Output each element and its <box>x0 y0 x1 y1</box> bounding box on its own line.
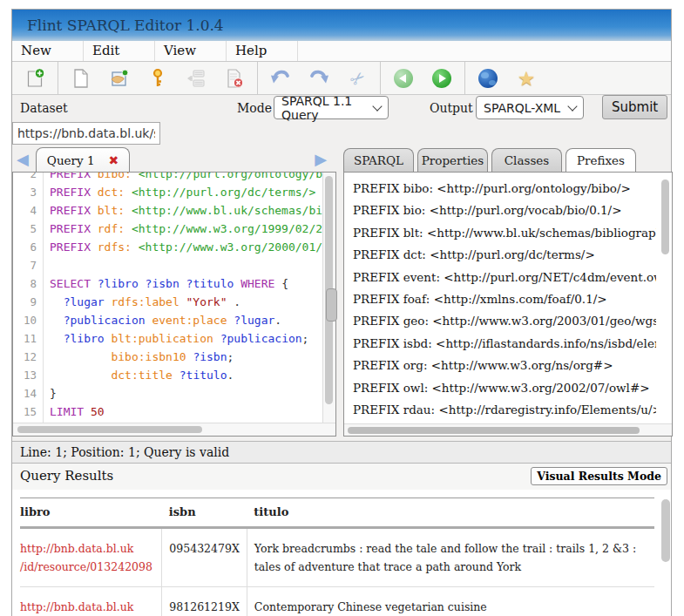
code-line[interactable]: 10 ?publicacion event:place ?lugar. <box>13 311 323 329</box>
resource-link[interactable]: http://bnb.data.bl.uk <box>20 539 154 558</box>
prefix-item[interactable]: PREFIX event: <http://purl.org/NET/c4dm/… <box>344 267 656 288</box>
back-button[interactable] <box>384 64 423 92</box>
tab-prefixes[interactable]: Prefixes <box>565 148 636 172</box>
close-tab-icon[interactable]: ✖ <box>109 153 119 167</box>
code-text: ?publicacion event:place ?lugar. <box>43 311 281 329</box>
prefix-item[interactable]: PREFIX foaf: <http://xmlns.com/foaf/0.1/… <box>344 288 656 310</box>
code-text: PREFIX bibo: <http://purl.org/ontology/b <box>43 173 322 183</box>
code-line[interactable]: 12 bibo:isbn10 ?isbn; <box>13 348 323 366</box>
code-line[interactable]: 3PREFIX dct: <http://purl.org/dc/terms/> <box>13 183 323 201</box>
code-line[interactable]: 11 ?libro blt:publication ?publicacion; <box>13 329 323 348</box>
code-line[interactable]: 2PREFIX bibo: <http://purl.org/ontology/… <box>13 173 323 183</box>
code-text: bibo:isbn10 ?isbn; <box>43 348 234 366</box>
code-text: dct:title ?titulo. <box>43 366 234 384</box>
menu-item-new[interactable]: New <box>12 41 84 61</box>
prefix-item[interactable]: PREFIX owl: <http://www.w3.org/2002/07/o… <box>344 377 656 399</box>
code-text: PREFIX blt: <http://www.bl.uk/schemas/bi <box>43 201 322 220</box>
tab-classes[interactable]: Classes <box>491 148 562 172</box>
menu-item-edit[interactable]: Edit <box>84 41 155 61</box>
new-query-button[interactable] <box>16 64 54 92</box>
undo-button[interactable] <box>261 64 300 92</box>
editor-code-area[interactable]: 2PREFIX bibo: <http://purl.org/ontology/… <box>13 173 323 424</box>
dataset-label: Dataset <box>20 101 68 115</box>
code-line[interactable]: 5PREFIX rdf: <http://www.w3.org/1999/02/… <box>13 220 323 238</box>
prefix-item[interactable]: PREFIX bibo: <http://purl.org/ontology/b… <box>344 178 656 200</box>
code-text: ?libro blt:publication ?publicacion; <box>43 329 308 348</box>
delete-document-button[interactable] <box>215 64 254 92</box>
cut-icon: ✂ <box>345 65 369 91</box>
panel-horizontal-scrollbar[interactable] <box>344 423 672 436</box>
controls-row: Dataset Mode SPARQL 1.1 Query Output SPA… <box>12 95 671 121</box>
panel-horizontal-scrollbar-thumb[interactable] <box>348 427 640 434</box>
editor-horizontal-scrollbar[interactable] <box>13 423 335 436</box>
mode-select[interactable]: SPARQL 1.1 Query <box>274 96 389 119</box>
endpoint-input[interactable] <box>12 122 160 145</box>
line-number: 2 <box>13 173 43 183</box>
side-panel-tabbar: SPARQL Properties Classes Prefixes <box>343 147 673 172</box>
code-line[interactable]: 7 <box>13 256 323 274</box>
results-table: libroisbntitulo http://bnb.data.bl.uk/id… <box>20 498 654 616</box>
prefix-item[interactable]: PREFIX geo: <http://www.w3.org/2003/01/g… <box>344 310 656 332</box>
endpoint-info-button[interactable] <box>469 64 507 92</box>
results-title: Query Results <box>20 468 113 484</box>
code-text: } <box>43 384 57 403</box>
save-button[interactable] <box>177 64 215 92</box>
panel-vertical-scrollbar-thumb[interactable] <box>661 179 669 254</box>
favourites-button[interactable]: ★ <box>507 64 545 92</box>
line-number: 14 <box>13 384 43 403</box>
forward-button[interactable] <box>423 64 461 92</box>
code-line[interactable]: 9 ?lugar rdfs:label "York" . <box>13 293 323 311</box>
titulo-cell: Contemporary Chinese vegetarian cuisine <box>247 587 654 616</box>
mode-label: Mode <box>237 101 272 115</box>
line-number: 6 <box>13 238 43 256</box>
redo-button[interactable] <box>300 64 338 92</box>
editor-horizontal-scrollbar-thumb[interactable] <box>17 426 202 433</box>
code-text: PREFIX dct: <http://purl.org/dc/terms/> <box>43 183 315 201</box>
undo-icon <box>269 67 292 89</box>
status-text: Line: 1; Position: 1; Query is valid <box>20 445 229 459</box>
redo-icon <box>308 67 330 89</box>
line-number: 8 <box>13 274 43 293</box>
prefix-item[interactable]: PREFIX dct: <http://purl.org/dc/terms/> <box>344 244 656 266</box>
code-line[interactable]: 4PREFIX blt: <http://www.bl.uk/schemas/b… <box>13 201 323 220</box>
key-button[interactable] <box>139 64 177 92</box>
page: Flint SPARQL Editor 1.0.4 New Edit View … <box>0 0 684 616</box>
query-editor[interactable]: 2PREFIX bibo: <http://purl.org/ontology/… <box>12 172 336 437</box>
code-line[interactable]: 14} <box>13 384 323 403</box>
menu-item-view[interactable]: View <box>155 41 227 61</box>
prefix-item[interactable]: PREFIX rdau: <http://rdaregistry.info/El… <box>344 399 656 421</box>
tab-scroll-left-icon[interactable]: ◀ <box>12 147 33 172</box>
splitter-handle[interactable] <box>326 288 337 322</box>
menu-item-help[interactable]: Help <box>227 41 298 61</box>
table-row: http://bnb.data.bl.uk/id/resource/013527… <box>20 587 654 616</box>
code-line[interactable]: 8SELECT ?libro ?isbn ?titulo WHERE { <box>13 274 323 293</box>
star-icon: ★ <box>518 67 536 90</box>
code-line[interactable]: 13 dct:title ?titulo. <box>13 366 323 384</box>
output-select[interactable]: SPARQL-XML <box>476 96 584 119</box>
new-document-button[interactable] <box>62 64 100 92</box>
submit-button[interactable]: Submit <box>602 95 667 119</box>
code-text: ?lugar rdfs:label "York" . <box>43 293 240 311</box>
resource-link[interactable]: /id/resource/013242098 <box>20 558 154 576</box>
results-header: Query Results Visual Results Mode <box>12 464 671 490</box>
new-query-icon <box>24 68 45 89</box>
delete-document-icon <box>224 68 245 89</box>
code-line[interactable]: 15LIMIT 50 <box>13 403 323 421</box>
tab-query-1[interactable]: Query 1 ✖ <box>36 147 130 172</box>
code-text: PREFIX rdfs: <http://www.w3.org/2000/01/ <box>43 238 322 256</box>
prefix-item[interactable]: PREFIX isbd: <http://iflastandards.info/… <box>344 333 656 355</box>
visual-results-mode-button[interactable]: Visual Results Mode <box>531 467 667 485</box>
column-header-libro: libro <box>20 498 162 528</box>
open-document-button[interactable] <box>100 64 139 92</box>
tab-properties[interactable]: Properties <box>417 148 488 172</box>
tab-scroll-right-icon[interactable]: ▶ <box>310 147 331 172</box>
code-text: PREFIX rdf: <http://www.w3.org/1999/02/2 <box>43 220 322 238</box>
prefix-item[interactable]: PREFIX blt: <http://www.bl.uk/schemas/bi… <box>344 222 656 244</box>
prefix-item[interactable]: PREFIX bio: <http://purl.org/vocab/bio/0… <box>344 200 656 221</box>
resource-link[interactable]: http://bnb.data.bl.uk <box>20 598 154 616</box>
results-vertical-scrollbar-thumb[interactable] <box>661 499 670 562</box>
code-line[interactable]: 6PREFIX rdfs: <http://www.w3.org/2000/01… <box>13 238 323 256</box>
cut-button[interactable]: ✂ <box>338 64 376 92</box>
tab-sparql[interactable]: SPARQL <box>343 148 414 172</box>
prefix-item[interactable]: PREFIX org: <http://www.w3.org/ns/org#> <box>344 355 656 376</box>
